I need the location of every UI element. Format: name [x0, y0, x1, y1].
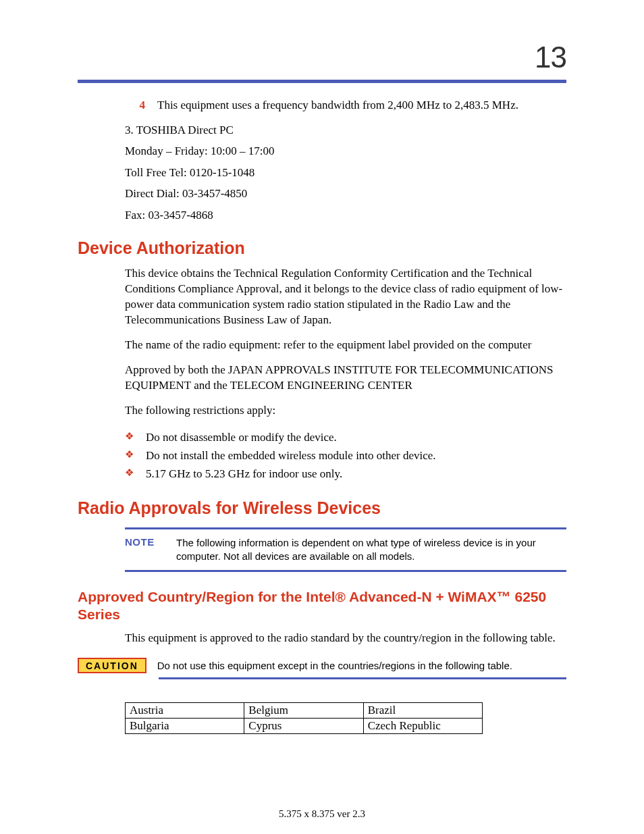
section-heading-device-authorization: Device Authorization	[78, 238, 566, 258]
page-number-container: 13	[78, 41, 566, 74]
note-box: NOTE The following information is depend…	[125, 527, 566, 573]
table-cell: Cyprus	[244, 719, 363, 734]
paragraph: This device obtains the Technical Regula…	[125, 266, 566, 328]
contact-line: Toll Free Tel: 0120-15-1048	[125, 164, 566, 182]
table-cell: Brazil	[363, 703, 482, 719]
footer-version: 5.375 x 8.375 ver 2.3	[78, 808, 566, 820]
caution-text: Do not use this equipment except in the …	[157, 660, 566, 671]
paragraph: Approved by both the JAPAN APPROVALS INS…	[125, 363, 566, 394]
diamond-icon: ❖	[125, 465, 134, 482]
list-item: ❖5.17 GHz to 5.23 GHz for indoor use onl…	[125, 465, 566, 483]
table-cell: Bulgaria	[126, 719, 244, 734]
paragraph: The name of the radio equipment: refer t…	[125, 338, 566, 353]
diamond-icon: ❖	[125, 428, 134, 446]
note-text: The following information is dependent o…	[176, 536, 566, 564]
subsection-heading-approved-country: Approved Country/Region for the Intel® A…	[78, 588, 566, 624]
item-number: 4	[125, 98, 157, 113]
intro-block: 4 This equipment uses a frequency bandwi…	[125, 98, 566, 224]
section-heading-radio-approvals: Radio Approvals for Wireless Devices	[78, 498, 566, 518]
list-item-text: Do not install the embedded wireless mod…	[146, 446, 436, 465]
document-page: 13 4 This equipment uses a frequency ban…	[0, 0, 644, 834]
contact-line: Fax: 03-3457-4868	[125, 207, 566, 224]
table-row: Bulgaria Cyprus Czech Republic	[126, 719, 483, 734]
page-number: 13	[535, 41, 566, 74]
caution-rule	[159, 677, 566, 679]
caution-badge: CAUTION	[78, 658, 146, 673]
table-row: Austria Belgium Brazil	[126, 703, 483, 719]
diamond-icon: ❖	[125, 446, 134, 464]
countries-table: Austria Belgium Brazil Bulgaria Cyprus C…	[125, 702, 483, 734]
paragraph: This equipment is approved to the radio …	[125, 631, 566, 646]
contact-line: 3. TOSHIBA Direct PC	[125, 122, 566, 139]
list-item: ❖Do not disassemble or modify the device…	[125, 428, 566, 446]
numbered-item-4: 4 This equipment uses a frequency bandwi…	[125, 98, 566, 113]
top-rule	[78, 80, 566, 83]
list-item-text: Do not disassemble or modify the device.	[146, 428, 337, 446]
list-item-text: 5.17 GHz to 5.23 GHz for indoor use only…	[146, 465, 342, 483]
list-item: ❖Do not install the embedded wireless mo…	[125, 446, 566, 465]
restrictions-list: ❖Do not disassemble or modify the device…	[125, 428, 566, 484]
table-cell: Czech Republic	[363, 719, 482, 734]
item-text: This equipment uses a frequency bandwidt…	[157, 98, 518, 113]
note-label: NOTE	[125, 536, 157, 564]
contact-line: Direct Dial: 03-3457-4850	[125, 185, 566, 203]
paragraph: The following restrictions apply:	[125, 403, 566, 419]
table-cell: Austria	[126, 703, 244, 719]
caution-row: CAUTION Do not use this equipment except…	[78, 658, 566, 673]
contact-line: Monday – Friday: 10:00 – 17:00	[125, 142, 566, 160]
table-cell: Belgium	[244, 703, 363, 719]
